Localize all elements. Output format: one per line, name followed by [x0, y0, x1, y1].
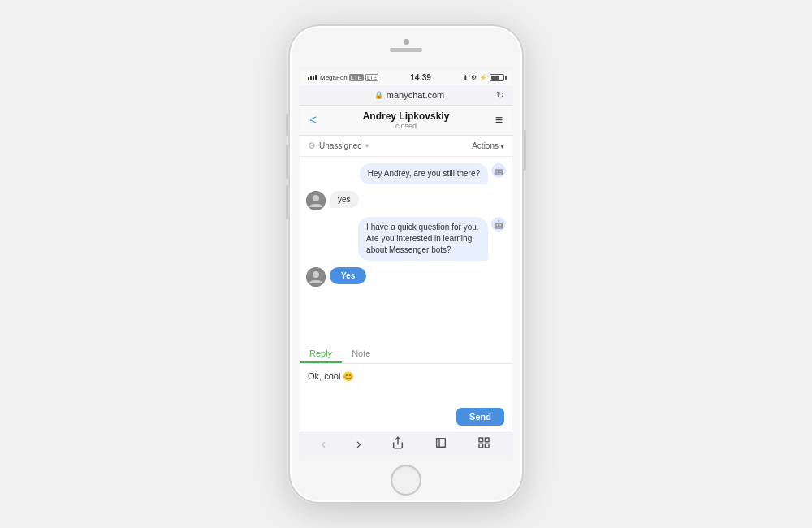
- svg-point-1: [313, 195, 319, 201]
- assign-bar: ⚙ Unassigned ▾ Actions ▾: [300, 136, 512, 157]
- assign-gear-icon: ⚙: [308, 141, 316, 151]
- input-text[interactable]: Ok, cool 😊: [308, 370, 504, 383]
- nav-title: Andrey Lipkovskiy: [363, 110, 450, 122]
- phone-volume-up-button: [286, 145, 288, 179]
- network-type: LTE: [349, 74, 364, 81]
- phone-power-button: [524, 130, 526, 171]
- bluetooth-icon: ⚡: [479, 74, 487, 81]
- user-avatar-2: [306, 267, 326, 287]
- browser-bottom-bar: ‹ ›: [300, 431, 512, 457]
- phone-mockup: MegaFon LTE LTE 14:39 ⬆ ⚙ ⚡ 🔒 manychat.c…: [288, 24, 524, 504]
- assign-label: Unassigned: [319, 141, 362, 150]
- user-bubble-1: yes: [330, 191, 359, 208]
- nav-back-button[interactable]: <: [309, 113, 317, 128]
- actions-button[interactable]: Actions ▾: [472, 141, 504, 150]
- lte-icon: LTE: [365, 74, 378, 81]
- browser-back-button[interactable]: ‹: [322, 435, 326, 452]
- nav-center: Andrey Lipkovskiy closed: [363, 110, 450, 130]
- signal-bar-1: [308, 77, 309, 80]
- actions-label: Actions: [472, 141, 499, 150]
- nav-menu-button[interactable]: ≡: [495, 113, 503, 128]
- carrier-name: MegaFon: [320, 74, 348, 81]
- user-message-1: yes: [306, 191, 506, 210]
- actions-chevron-icon: ▾: [500, 141, 504, 150]
- svg-rect-9: [479, 444, 483, 448]
- phone-top-bar: [390, 39, 422, 52]
- lock-icon: 🔒: [374, 91, 383, 99]
- browser-tabs-button[interactable]: [477, 436, 490, 452]
- status-bar: MegaFon LTE LTE 14:39 ⬆ ⚙ ⚡: [300, 70, 512, 85]
- browser-forward-button[interactable]: ›: [356, 435, 361, 452]
- phone-home-button[interactable]: [391, 465, 421, 496]
- battery-icon: [490, 74, 504, 81]
- svg-rect-8: [486, 444, 490, 448]
- status-left: MegaFon LTE LTE: [308, 74, 378, 81]
- battery-fill: [491, 76, 499, 80]
- bot-avatar-2: 🤖: [491, 217, 506, 232]
- chat-area: Hey Andrey, are you still there? 🤖 yes I…: [300, 157, 512, 344]
- browser-share-button[interactable]: [391, 436, 404, 452]
- bot-message-2: I have a quick question for you. Are you…: [306, 217, 506, 261]
- status-right: ⬆ ⚙ ⚡: [463, 74, 504, 81]
- signal-bar-4: [315, 75, 317, 80]
- assign-chevron-icon: ▾: [365, 142, 369, 149]
- tab-note[interactable]: Note: [342, 344, 380, 363]
- user-message-2: Yes: [306, 267, 506, 287]
- settings-icon: ⚙: [471, 74, 477, 81]
- user-avatar-1: [306, 191, 326, 210]
- bot-avatar-1: 🤖: [491, 163, 506, 178]
- phone-camera: [404, 39, 409, 45]
- phone-silent-button: [286, 114, 288, 136]
- send-button[interactable]: Send: [456, 408, 504, 426]
- tab-reply[interactable]: Reply: [300, 344, 342, 363]
- user-yes-bubble: Yes: [330, 267, 366, 284]
- svg-point-3: [313, 271, 319, 278]
- phone-screen: MegaFon LTE LTE 14:39 ⬆ ⚙ ⚡ 🔒 manychat.c…: [300, 70, 512, 457]
- bot-message-1: Hey Andrey, are you still there? 🤖: [306, 163, 506, 184]
- assign-left[interactable]: ⚙ Unassigned ▾: [308, 141, 369, 151]
- signal-bar-2: [310, 76, 312, 80]
- browser-bookmarks-button[interactable]: [434, 436, 447, 452]
- url-field[interactable]: 🔒 manychat.com: [374, 90, 445, 100]
- send-area: Send: [300, 405, 512, 431]
- bot-bubble-2: I have a quick question for you. Are you…: [358, 217, 488, 261]
- reload-icon[interactable]: ↻: [496, 89, 504, 101]
- svg-rect-7: [486, 438, 490, 442]
- input-area[interactable]: Ok, cool 😊: [300, 364, 512, 405]
- bot-bubble-1: Hey Andrey, are you still there?: [360, 163, 488, 184]
- phone-speaker: [390, 48, 422, 52]
- signal-bars: [308, 75, 317, 80]
- phone-volume-down-button: [286, 185, 288, 219]
- reply-tabs: Reply Note: [300, 344, 512, 364]
- status-time: 14:39: [410, 73, 431, 82]
- svg-rect-6: [479, 438, 483, 442]
- url-text: manychat.com: [387, 90, 445, 100]
- location-icon: ⬆: [463, 74, 469, 81]
- nav-subtitle: closed: [363, 122, 450, 130]
- signal-bar-3: [313, 76, 314, 80]
- url-bar[interactable]: 🔒 manychat.com ↻: [300, 85, 512, 106]
- nav-bar: < Andrey Lipkovskiy closed ≡: [300, 106, 512, 136]
